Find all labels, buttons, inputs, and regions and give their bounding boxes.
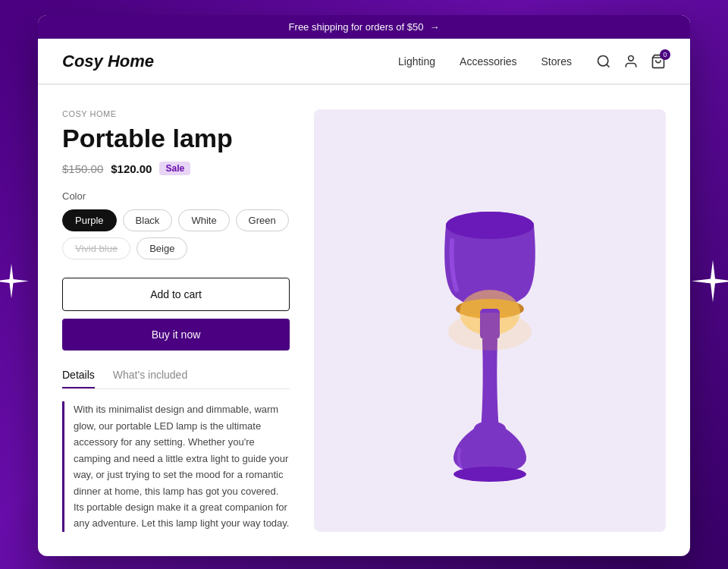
buy-now-button[interactable]: Buy it now — [62, 319, 290, 351]
header: Cosy Home Lighting Accessories Stores — [38, 39, 690, 84]
color-green[interactable]: Green — [236, 209, 289, 231]
tab-details[interactable]: Details — [62, 369, 95, 388]
banner-arrow: → — [429, 21, 439, 33]
svg-point-11 — [448, 313, 532, 351]
price-row: $150.00 $120.00 Sale — [62, 162, 290, 175]
svg-point-2 — [629, 55, 634, 61]
main-content: COSY HOME Portable lamp $150.00 $120.00 … — [38, 85, 690, 556]
original-price: $150.00 — [62, 162, 103, 175]
product-description: With its minimalist design and dimmable,… — [62, 401, 290, 532]
product-image-container — [314, 109, 666, 532]
sparkle-left — [0, 262, 30, 307]
cart-badge: 0 — [660, 49, 670, 60]
account-button[interactable] — [623, 54, 639, 69]
product-title: Portable lamp — [62, 124, 290, 152]
color-purple[interactable]: Purple — [62, 209, 117, 231]
browser-frame: Free shipping for orders of $50 → Cosy H… — [38, 15, 690, 556]
nav: Lighting Accessories Stores — [398, 55, 572, 68]
product-image — [391, 157, 588, 483]
color-vivid-blue[interactable]: Vivid blue — [62, 237, 130, 259]
nav-stores[interactable]: Stores — [541, 55, 572, 68]
logo[interactable]: Cosy Home — [62, 52, 398, 71]
nav-accessories[interactable]: Accessories — [460, 55, 516, 68]
color-label: Color — [62, 190, 290, 202]
color-options: Purple Black White Green Vivid blue Beig… — [62, 209, 290, 259]
product-tabs: Details What's included — [62, 369, 290, 389]
banner-text: Free shipping for orders of $50 — [289, 21, 424, 33]
color-white[interactable]: White — [178, 209, 229, 231]
breadcrumb: COSY HOME — [62, 109, 290, 118]
sale-price: $120.00 — [111, 162, 152, 175]
sparkle-right — [690, 259, 728, 311]
svg-point-0 — [598, 55, 608, 65]
tab-whats-included[interactable]: What's included — [113, 369, 187, 388]
product-info: COSY HOME Portable lamp $150.00 $120.00 … — [62, 109, 290, 532]
svg-point-7 — [446, 212, 534, 239]
color-beige[interactable]: Beige — [136, 237, 187, 259]
promo-banner[interactable]: Free shipping for orders of $50 → — [38, 15, 690, 39]
svg-point-10 — [453, 467, 526, 482]
color-black[interactable]: Black — [123, 209, 173, 231]
add-to-cart-button[interactable]: Add to cart — [62, 278, 290, 311]
sale-badge: Sale — [159, 162, 190, 175]
svg-line-1 — [607, 64, 610, 67]
nav-lighting[interactable]: Lighting — [398, 55, 435, 68]
header-icons: 0 — [596, 54, 666, 69]
search-button[interactable] — [596, 54, 611, 69]
cart-button[interactable]: 0 — [651, 54, 666, 69]
